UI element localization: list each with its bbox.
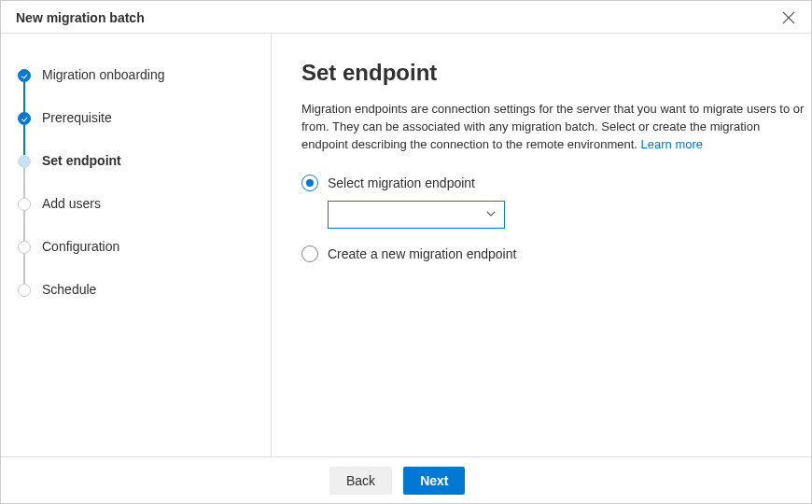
chevron-down-icon: [485, 207, 497, 222]
page-description: Migration endpoints are connection setti…: [301, 101, 805, 154]
step-connector: [23, 211, 25, 241]
step-upcoming-icon: [18, 241, 31, 254]
step-connector: [23, 254, 25, 284]
back-button[interactable]: Back: [329, 467, 392, 495]
step-connector: [23, 82, 25, 112]
step-label: Schedule: [42, 282, 96, 297]
steps-sidebar: Migration onboarding Prerequisite Set en…: [1, 34, 272, 456]
step-upcoming-icon: [18, 198, 31, 211]
next-button[interactable]: Next: [403, 467, 465, 495]
wizard-body: Migration onboarding Prerequisite Set en…: [1, 34, 811, 456]
step-upcoming-icon: [18, 284, 31, 297]
step-connector: [23, 125, 25, 155]
radio-unchecked-icon: [301, 245, 318, 262]
step-complete-icon: [18, 112, 31, 125]
wizard-footer: Back Next: [1, 456, 811, 503]
main-panel: Set endpoint Migration endpoints are con…: [272, 34, 811, 456]
step-connector: [23, 168, 25, 198]
radio-create-endpoint[interactable]: Create a new migration endpoint: [301, 245, 811, 262]
step-complete-icon: [18, 69, 31, 82]
window-title: New migration batch: [16, 10, 145, 25]
radio-checked-icon: [301, 175, 318, 191]
close-icon[interactable]: [781, 10, 796, 25]
step-label: Prerequisite: [42, 110, 112, 125]
steps-list: Migration onboarding Prerequisite Set en…: [18, 67, 271, 297]
step-add-users[interactable]: Add users: [18, 196, 271, 239]
endpoint-dropdown[interactable]: [328, 201, 505, 229]
step-configuration[interactable]: Configuration: [18, 239, 271, 282]
step-schedule[interactable]: Schedule: [18, 282, 271, 297]
step-prerequisite[interactable]: Prerequisite: [18, 110, 271, 153]
migration-wizard-window: New migration batch Migration onboarding…: [0, 0, 812, 504]
step-label: Configuration: [42, 239, 119, 254]
description-text: Migration endpoints are connection setti…: [301, 102, 804, 151]
step-label: Add users: [42, 196, 101, 211]
radio-label: Create a new migration endpoint: [328, 246, 516, 261]
learn-more-link[interactable]: Learn more: [641, 137, 703, 151]
radio-label: Select migration endpoint: [328, 175, 475, 190]
titlebar: New migration batch: [1, 1, 811, 34]
step-migration-onboarding[interactable]: Migration onboarding: [18, 67, 271, 110]
step-label: Migration onboarding: [42, 67, 165, 82]
radio-select-endpoint[interactable]: Select migration endpoint: [301, 175, 811, 191]
page-title: Set endpoint: [301, 60, 811, 86]
step-label: Set endpoint: [42, 153, 121, 168]
step-set-endpoint[interactable]: Set endpoint: [18, 153, 271, 196]
step-current-icon: [18, 155, 31, 168]
